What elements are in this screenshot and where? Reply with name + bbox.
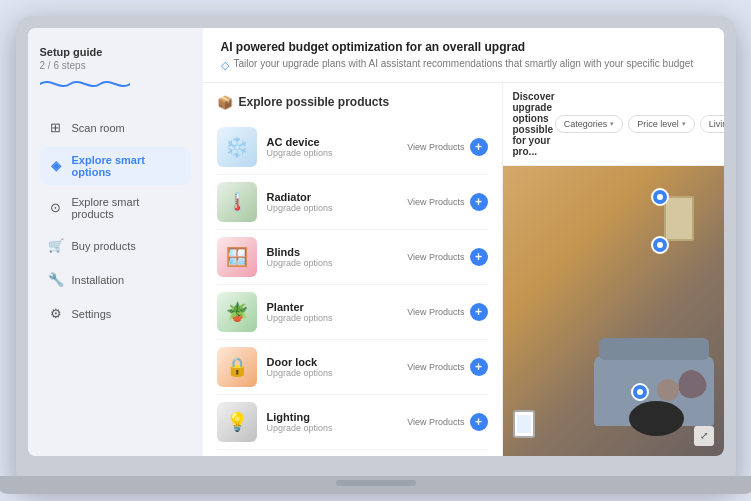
sidebar-item-settings[interactable]: ⚙ Settings: [40, 299, 191, 329]
room-pin-wall[interactable]: [651, 236, 669, 254]
product-item-radiator[interactable]: 🌡️ Radiator Upgrade options View Product…: [217, 175, 488, 230]
product-info-radiator: Radiator Upgrade options: [267, 191, 398, 213]
product-sub: Upgrade options: [267, 368, 398, 378]
wall-frame: [664, 196, 694, 241]
categories-label: Categories: [564, 119, 608, 129]
product-name: Door lock: [267, 356, 398, 368]
product-list-panel: 📦 Explore possible products ❄️ AC device…: [203, 83, 503, 456]
product-action-door-lock: View Products +: [407, 358, 487, 376]
product-thumb-radiator: 🌡️: [217, 182, 257, 222]
content-area: 📦 Explore possible products ❄️ AC device…: [203, 83, 724, 456]
banner-title: AI powered budget optimization for an ov…: [221, 40, 706, 54]
laptop-frame: Setup guide 2 / 6 steps ⊞ Scan room ◈ Ex…: [16, 16, 736, 486]
pin-inner: [657, 242, 663, 248]
sidebar-item-explore-smart-options[interactable]: ◈ Explore smart options: [40, 147, 191, 185]
product-thumb-blinds: 🪟: [217, 237, 257, 277]
product-action-ac: View Products +: [407, 138, 487, 156]
product-info-blinds: Blinds Upgrade options: [267, 246, 398, 268]
product-sub: Upgrade options: [267, 313, 398, 323]
sidebar-item-explore-smart-products[interactable]: ⊙ Explore smart products: [40, 189, 191, 227]
add-lighting-button[interactable]: +: [470, 413, 488, 431]
filter-chips: Categories ▾ Price level ▾ Living room ▾: [555, 115, 724, 133]
view-products-link[interactable]: View Products: [407, 142, 464, 152]
add-blinds-button[interactable]: +: [470, 248, 488, 266]
view-products-link[interactable]: View Products: [407, 307, 464, 317]
sidebar: Setup guide 2 / 6 steps ⊞ Scan room ◈ Ex…: [28, 28, 203, 456]
sidebar-item-label: Buy products: [72, 240, 136, 252]
sidebar-item-label: Installation: [72, 274, 125, 286]
room-header: Discover upgrade options possible for yo…: [503, 83, 724, 166]
sidebar-item-label: Settings: [72, 308, 112, 320]
pillow-2: [657, 379, 679, 401]
sidebar-item-installation[interactable]: 🔧 Installation: [40, 265, 191, 295]
living-room-filter[interactable]: Living room ▾: [700, 115, 724, 133]
product-item-door-lock[interactable]: 🔒 Door lock Upgrade options View Product…: [217, 340, 488, 395]
product-item-lighting[interactable]: 💡 Lighting Upgrade options View Products…: [217, 395, 488, 450]
product-action-radiator: View Products +: [407, 193, 487, 211]
product-info-ac: AC device Upgrade options: [267, 136, 398, 158]
sidebar-item-buy-products[interactable]: 🛒 Buy products: [40, 231, 191, 261]
product-info-door-lock: Door lock Upgrade options: [267, 356, 398, 378]
setup-guide: Setup guide 2 / 6 steps: [40, 46, 191, 95]
room-pin-ceiling[interactable]: [651, 188, 669, 206]
view-products-link[interactable]: View Products: [407, 197, 464, 207]
pin-inner: [657, 194, 663, 200]
section-icon: 📦: [217, 95, 233, 110]
sidebar-item-scan-room[interactable]: ⊞ Scan room: [40, 113, 191, 143]
product-item-switches[interactable]: 🔌 Switches Upgrade options View Products…: [217, 450, 488, 456]
chevron-down-icon: ▾: [610, 120, 614, 128]
product-name: Blinds: [267, 246, 398, 258]
categories-filter[interactable]: Categories ▾: [555, 115, 624, 133]
product-item-planter[interactable]: 🪴 Planter Upgrade options View Products …: [217, 285, 488, 340]
setup-guide-title: Setup guide: [40, 46, 191, 58]
settings-icon: ⚙: [48, 306, 64, 322]
explore-products-icon: ⊙: [48, 200, 64, 216]
product-name: Planter: [267, 301, 398, 313]
room-label: Living room ▾: [709, 119, 724, 129]
add-planter-button[interactable]: +: [470, 303, 488, 321]
product-thumb-lighting: 💡: [217, 402, 257, 442]
sidebar-item-label: Explore smart options: [72, 154, 183, 178]
product-item-blinds[interactable]: 🪟 Blinds Upgrade options View Products +: [217, 230, 488, 285]
top-banner: AI powered budget optimization for an ov…: [203, 28, 724, 83]
product-item-ac[interactable]: ❄️ AC device Upgrade options View Produc…: [217, 120, 488, 175]
room-panel: Discover upgrade options possible for yo…: [503, 83, 724, 456]
tablet-screen: [517, 415, 531, 433]
view-products-link[interactable]: View Products: [407, 252, 464, 262]
product-name: Lighting: [267, 411, 398, 423]
product-thumb-door-lock: 🔒: [217, 347, 257, 387]
product-action-planter: View Products +: [407, 303, 487, 321]
scan-icon: ⊞: [48, 120, 64, 136]
view-products-link[interactable]: View Products: [407, 417, 464, 427]
product-sub: Upgrade options: [267, 423, 398, 433]
price-level-filter[interactable]: Price level ▾: [628, 115, 695, 133]
sidebar-item-label: Scan room: [72, 122, 125, 134]
laptop-base: [0, 476, 751, 494]
laptop-screen: Setup guide 2 / 6 steps ⊞ Scan room ◈ Ex…: [28, 28, 724, 456]
room-pin-sofa[interactable]: [631, 383, 649, 401]
installation-icon: 🔧: [48, 272, 64, 288]
product-name: Radiator: [267, 191, 398, 203]
pin-inner: [637, 389, 643, 395]
product-sub: Upgrade options: [267, 148, 398, 158]
sidebar-item-label: Explore smart products: [72, 196, 183, 220]
tablet-device-icon[interactable]: [513, 410, 535, 438]
product-thumb-planter: 🪴: [217, 292, 257, 332]
explore-options-icon: ◈: [48, 158, 64, 174]
product-info-planter: Planter Upgrade options: [267, 301, 398, 323]
add-door-lock-button[interactable]: +: [470, 358, 488, 376]
section-header: 📦 Explore possible products: [217, 95, 488, 110]
wave-decoration: [40, 77, 130, 91]
add-ac-button[interactable]: +: [470, 138, 488, 156]
expand-button[interactable]: ⤢: [694, 426, 714, 446]
product-sub: Upgrade options: [267, 203, 398, 213]
add-radiator-button[interactable]: +: [470, 193, 488, 211]
coffee-table: [629, 401, 684, 436]
product-action-lighting: View Products +: [407, 413, 487, 431]
view-products-link[interactable]: View Products: [407, 362, 464, 372]
product-info-lighting: Lighting Upgrade options: [267, 411, 398, 433]
room-image: ⤢: [503, 166, 724, 456]
main-content: AI powered budget optimization for an ov…: [203, 28, 724, 456]
product-action-blinds: View Products +: [407, 248, 487, 266]
ai-icon: ◇: [221, 59, 229, 72]
